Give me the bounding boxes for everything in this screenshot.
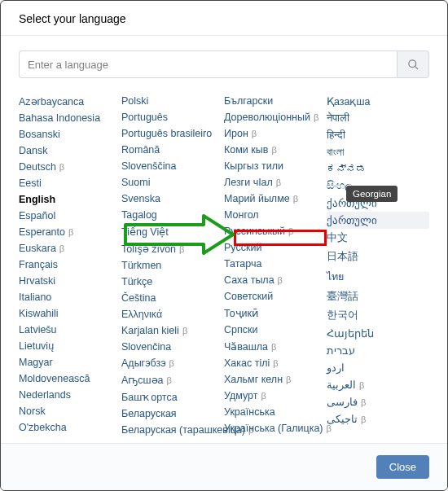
language-option[interactable]: تاجیکیβ bbox=[327, 410, 429, 427]
language-option[interactable]: Коми кывβ bbox=[224, 142, 327, 158]
language-option[interactable]: Français bbox=[19, 256, 121, 273]
language-option[interactable]: Polski bbox=[121, 93, 224, 109]
language-option[interactable]: Bahasa Indonesia bbox=[19, 110, 121, 126]
language-option[interactable]: Magyar bbox=[19, 354, 121, 370]
language-option[interactable]: Deutschβ bbox=[19, 159, 121, 175]
language-option[interactable]: Azərbaycanca bbox=[19, 93, 121, 110]
language-option[interactable]: Руссинськыйβ bbox=[224, 223, 327, 239]
language-option[interactable]: Slovenščina bbox=[121, 158, 224, 174]
language-option[interactable]: ქართული bbox=[327, 212, 429, 229]
language-option[interactable]: Português brasileiro bbox=[121, 125, 224, 142]
language-option[interactable]: Кыргыз тили bbox=[224, 158, 327, 174]
language-option[interactable]: Хальмг келнβ bbox=[224, 371, 327, 388]
language-option[interactable]: العربيةβ bbox=[327, 376, 429, 393]
language-option[interactable]: Suomi bbox=[121, 174, 224, 191]
language-option[interactable]: ไทย bbox=[327, 266, 429, 287]
language-option[interactable]: Чӑвашлаβ bbox=[224, 338, 327, 355]
language-label: Dansk bbox=[19, 145, 47, 156]
language-label: Moldovenească bbox=[19, 373, 90, 384]
language-option[interactable]: Kiswahili bbox=[19, 305, 121, 322]
language-column: Қазақшаनेपालीहिन्दीবাংলাಕನ್ನಡසිංහලქართულ… bbox=[327, 93, 429, 438]
language-label: O'zbekcha bbox=[19, 422, 67, 433]
language-option[interactable]: Հայերեն bbox=[327, 325, 429, 342]
language-label: Руссинськый bbox=[224, 226, 285, 237]
language-option[interactable]: Дореволюціонныйβ bbox=[224, 109, 327, 125]
language-option[interactable]: Svenska bbox=[121, 191, 224, 207]
language-option[interactable]: Dansk bbox=[19, 142, 121, 159]
language-option[interactable]: 臺灣話 bbox=[327, 287, 429, 306]
language-option[interactable]: Tolışə zıvonβ bbox=[121, 240, 224, 257]
language-option[interactable]: Українська (Галицка)β bbox=[224, 420, 327, 436]
language-option[interactable]: 한국어 bbox=[327, 306, 429, 325]
search-input[interactable] bbox=[19, 50, 397, 78]
language-option[interactable]: Türkmen bbox=[121, 257, 224, 274]
svg-line-1 bbox=[415, 66, 418, 69]
language-option[interactable]: Беларуская bbox=[121, 406, 224, 422]
language-option[interactable]: Русский bbox=[224, 239, 327, 256]
language-option[interactable]: Татарча bbox=[224, 256, 327, 272]
language-option[interactable]: Čeština bbox=[121, 290, 224, 306]
language-option[interactable]: Иронβ bbox=[224, 125, 327, 142]
language-option[interactable]: Українська bbox=[224, 404, 327, 420]
language-option[interactable]: Esperantoβ bbox=[19, 224, 121, 240]
language-option[interactable]: Hrvatski bbox=[19, 273, 121, 289]
language-option[interactable]: Башҡортса bbox=[121, 388, 224, 406]
language-option[interactable]: Лезги чІалβ bbox=[224, 174, 327, 191]
language-option[interactable]: Српски bbox=[224, 322, 327, 338]
language-option[interactable]: ქართული bbox=[327, 195, 429, 212]
language-option[interactable]: اردو bbox=[327, 359, 429, 376]
language-option[interactable]: O'zbekcha bbox=[19, 419, 121, 436]
language-option[interactable]: Советский bbox=[224, 288, 327, 305]
language-option[interactable]: Аҧсшәаβ bbox=[121, 371, 224, 388]
language-option[interactable]: 日本語 bbox=[327, 248, 429, 266]
language-option[interactable]: Latviešu bbox=[19, 322, 121, 338]
language-option[interactable]: Karjalan kieliβ bbox=[121, 322, 224, 339]
language-label: Саха тыла bbox=[224, 274, 275, 286]
language-option[interactable]: Slovenčina bbox=[121, 339, 224, 355]
language-option[interactable]: Türkçe bbox=[121, 274, 224, 290]
language-option[interactable]: Ελληνικά bbox=[121, 306, 224, 322]
language-option[interactable]: English bbox=[19, 191, 121, 208]
language-option[interactable]: Адыгэбзэβ bbox=[121, 355, 224, 371]
language-option[interactable]: Moldovenească bbox=[19, 370, 121, 387]
language-option[interactable]: Марий йылмеβ bbox=[224, 191, 327, 207]
language-option[interactable]: नेपाली bbox=[327, 110, 429, 127]
close-button[interactable]: Close bbox=[376, 455, 429, 479]
language-label: 臺灣話 bbox=[327, 290, 358, 304]
language-option[interactable]: Eesti bbox=[19, 175, 121, 191]
search-row bbox=[19, 50, 429, 78]
language-option[interactable]: हिन्दी bbox=[327, 127, 429, 144]
language-columns: AzərbaycancaBahasa IndonesiaBosanskiDans… bbox=[19, 93, 429, 438]
language-option[interactable]: Хакас тіліβ bbox=[224, 355, 327, 371]
language-option[interactable]: Саха тылаβ bbox=[224, 272, 327, 288]
language-option[interactable]: Română bbox=[121, 142, 224, 158]
language-option[interactable]: Tiếng Việt bbox=[121, 223, 224, 240]
beta-badge: β bbox=[276, 178, 281, 187]
language-option[interactable]: Български bbox=[224, 93, 327, 109]
language-option[interactable]: සිංහල bbox=[327, 178, 429, 195]
language-option[interactable]: Беларуская (тарашкевіца)β bbox=[121, 422, 224, 438]
language-option[interactable]: Nederlands bbox=[19, 387, 121, 403]
language-option[interactable]: Italiano bbox=[19, 289, 121, 305]
language-option[interactable]: বাংলা bbox=[327, 144, 429, 161]
language-option[interactable]: Tagalog bbox=[121, 207, 224, 223]
language-option[interactable]: Қазақша bbox=[327, 93, 429, 110]
language-option[interactable]: Euskaraβ bbox=[19, 240, 121, 256]
language-label: Հայերեն bbox=[327, 327, 374, 340]
language-option[interactable]: ಕನ್ನಡ bbox=[327, 161, 429, 178]
search-button[interactable] bbox=[397, 50, 429, 78]
language-option[interactable]: Español bbox=[19, 208, 121, 224]
language-option[interactable]: 中文 bbox=[327, 229, 429, 248]
language-option[interactable]: Монгол bbox=[224, 207, 327, 223]
language-option[interactable]: עברית bbox=[327, 342, 429, 359]
language-label: Svenska bbox=[121, 193, 160, 204]
language-option[interactable]: Удмуртβ bbox=[224, 388, 327, 404]
language-label: Български bbox=[224, 95, 273, 107]
language-option[interactable]: Lietuvių bbox=[19, 338, 121, 354]
language-option[interactable]: فارسیβ bbox=[327, 393, 429, 410]
language-option[interactable]: Português bbox=[121, 109, 224, 125]
language-option[interactable]: Тоҷикӣ bbox=[224, 305, 327, 322]
language-option[interactable]: Bosanski bbox=[19, 126, 121, 142]
language-label: Советский bbox=[224, 291, 273, 302]
language-option[interactable]: Norsk bbox=[19, 403, 121, 419]
